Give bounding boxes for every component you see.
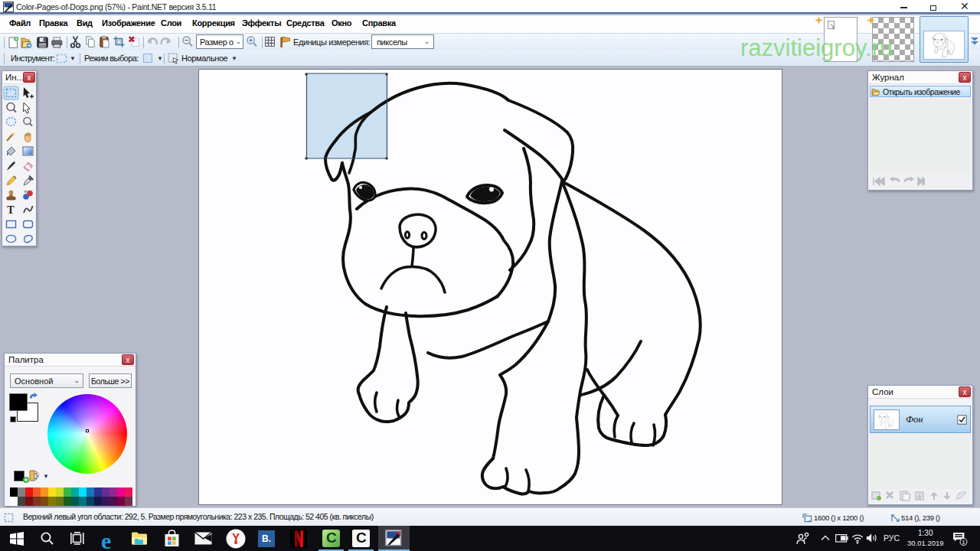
svg-text:1: 1 xyxy=(962,539,965,546)
svg-text:T: T xyxy=(7,204,15,216)
